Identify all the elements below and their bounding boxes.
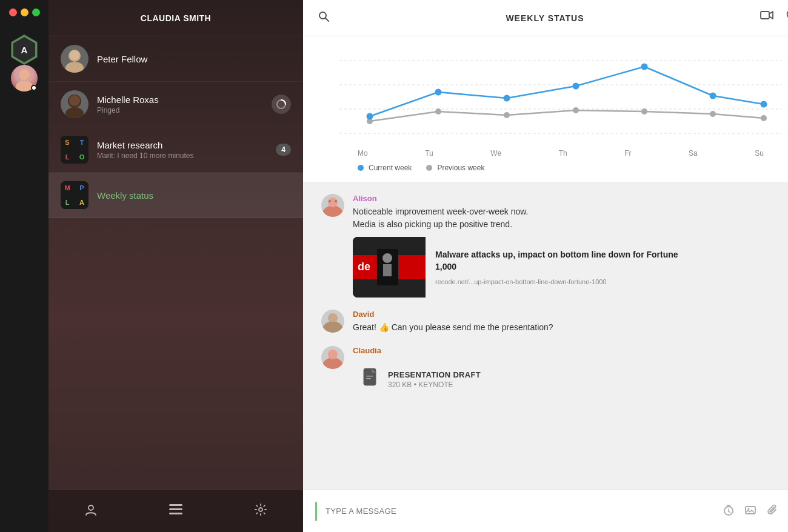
- phone-call-button[interactable]: [786, 10, 788, 25]
- contact-item-market[interactable]: S T L O Market research Marit: I need 10…: [48, 127, 303, 173]
- day-label-we: We: [490, 149, 501, 158]
- online-indicator: [31, 85, 37, 91]
- video-call-button[interactable]: [760, 10, 773, 25]
- nav-list-button[interactable]: [164, 499, 187, 523]
- weekly-chart: [321, 48, 788, 145]
- maximize-button[interactable]: [32, 8, 40, 16]
- search-icon[interactable]: [318, 10, 330, 25]
- svg-point-48: [328, 350, 338, 359]
- message-david: David Great! 👍 Can you please send me th…: [321, 310, 788, 334]
- svg-rect-11: [169, 508, 182, 510]
- svg-point-9: [88, 505, 93, 510]
- user-hex-avatar[interactable]: A: [9, 35, 39, 65]
- legend-dot-previous: [426, 165, 432, 171]
- input-actions: [723, 504, 788, 519]
- msg-content-claudia: Claudia PRESENTATION DRAFT: [353, 346, 788, 401]
- group-icon-weekly: M P L A: [61, 181, 88, 209]
- contact-info-weekly: Weekly status: [97, 190, 291, 201]
- svg-point-23: [573, 107, 579, 113]
- legend-current: Current week: [358, 164, 412, 172]
- contact-sub-michelle: Pinged: [97, 106, 272, 115]
- svg-rect-52: [366, 378, 371, 379]
- day-label-tu: Tu: [425, 149, 433, 158]
- avatar-claudia: [321, 346, 344, 369]
- contact-name-market: Market research: [97, 140, 276, 150]
- chart-area: Mo Tu We Th Fr Sa Su Current week Previo…: [303, 36, 788, 182]
- svg-rect-15: [761, 12, 769, 19]
- msg-text-alison-2: Media is also picking up the positive tr…: [353, 218, 788, 231]
- svg-point-0: [19, 69, 30, 80]
- minimize-button[interactable]: [21, 8, 28, 16]
- channel-title: WEEKLY STATUS: [506, 13, 584, 23]
- svg-point-28: [435, 89, 442, 96]
- file-name: PRESENTATION DRAFT: [388, 370, 481, 379]
- link-preview-url: recode.net/...up-impact-on-bottom-line-d…: [435, 278, 683, 285]
- timer-button[interactable]: [723, 504, 735, 519]
- sender-name-claudia: Claudia: [353, 346, 788, 355]
- contact-item-weekly[interactable]: M P L A Weekly status: [48, 173, 303, 218]
- link-preview-thumbnail: de: [353, 237, 426, 298]
- message-claudia: Claudia PRESENTATION DRAFT: [321, 346, 788, 401]
- user-initial: A: [12, 37, 37, 62]
- attachment-button[interactable]: [766, 504, 778, 519]
- sender-name-alison: Alison: [353, 194, 788, 203]
- legend-current-label: Current week: [369, 164, 412, 172]
- contact-item-peter[interactable]: Peter Fellow: [48, 36, 303, 82]
- day-label-sa: Sa: [689, 149, 698, 158]
- close-button[interactable]: [9, 8, 17, 16]
- sender-name-david: David: [353, 310, 788, 319]
- svg-rect-46: [329, 322, 337, 325]
- day-label-mo: Mo: [358, 149, 368, 158]
- file-meta: 320 KB • KEYNOTE: [388, 381, 481, 389]
- svg-point-3: [65, 62, 84, 73]
- svg-point-42: [382, 253, 392, 263]
- contact-item-michelle[interactable]: Michelle Roxas Pinged: [48, 82, 303, 127]
- avatar-david: [321, 310, 344, 333]
- contact-sub-market: Marit: I need 10 more minutes: [97, 151, 276, 160]
- loading-spinner: [272, 95, 291, 114]
- legend-previous: Previous week: [426, 164, 484, 172]
- input-divider: [315, 502, 317, 521]
- svg-point-45: [328, 313, 338, 323]
- svg-rect-51: [366, 376, 373, 377]
- far-left-sidebar: A: [0, 0, 48, 532]
- contact-avatar-1[interactable]: [11, 65, 38, 91]
- contact-info-peter: Peter Fellow: [97, 54, 291, 64]
- svg-rect-12: [169, 513, 182, 514]
- group-icon-market: S T L O: [61, 136, 88, 164]
- svg-point-22: [504, 112, 510, 118]
- avatar-peter: [61, 45, 88, 73]
- msg-text-david: Great! 👍 Can you please send me the pres…: [353, 321, 788, 334]
- day-label-th: Th: [559, 149, 567, 158]
- msg-content-alison: Alison Noticeable improvement week-over-…: [353, 194, 788, 298]
- link-preview[interactable]: de Malware attacks up, impact on bottom …: [353, 237, 692, 298]
- svg-point-35: [328, 198, 338, 207]
- svg-point-27: [367, 113, 373, 120]
- nav-settings-button[interactable]: [249, 498, 272, 524]
- file-info: PRESENTATION DRAFT 320 KB • KEYNOTE: [388, 370, 481, 389]
- contact-name-michelle: Michelle Roxas: [97, 95, 272, 105]
- svg-rect-43: [383, 264, 392, 276]
- svg-point-1: [16, 81, 33, 91]
- image-button[interactable]: [744, 504, 756, 519]
- svg-point-32: [710, 93, 716, 99]
- panel-header: CLAUDIA SMITH: [48, 0, 303, 36]
- contact-info-market: Market research Marit: I need 10 more mi…: [97, 140, 276, 160]
- svg-point-37: [335, 200, 337, 202]
- message-input[interactable]: [326, 507, 723, 516]
- message-alison: Alison Noticeable improvement week-over-…: [321, 194, 788, 298]
- svg-point-6: [65, 107, 84, 118]
- day-label-su: Su: [755, 149, 764, 158]
- left-panel: CLAUDIA SMITH Peter Fellow Michelle Roxa…: [48, 0, 303, 532]
- svg-point-36: [329, 200, 331, 202]
- messages-area: Alison Noticeable improvement week-over-…: [303, 182, 788, 490]
- unread-badge-market: 4: [276, 144, 291, 156]
- contact-info-michelle: Michelle Roxas Pinged: [97, 95, 272, 115]
- nav-person-button[interactable]: [79, 498, 102, 524]
- link-preview-content: Malware attacks up, impact on bottom lin…: [426, 237, 692, 298]
- file-attachment[interactable]: PRESENTATION DRAFT 320 KB • KEYNOTE: [353, 359, 632, 401]
- bottom-nav: [48, 490, 303, 532]
- svg-point-21: [435, 108, 441, 115]
- avatar-alison: [321, 194, 344, 217]
- msg-content-david: David Great! 👍 Can you please send me th…: [353, 310, 788, 334]
